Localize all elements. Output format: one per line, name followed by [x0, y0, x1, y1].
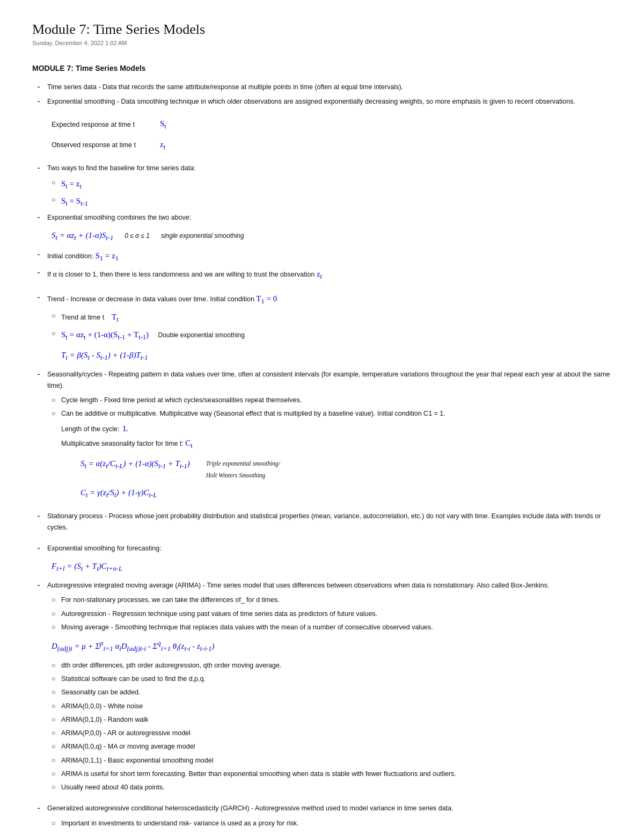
list-item: ○ Statistical software can be used to fi…: [32, 673, 612, 685]
cycle-length-line: Length of the cycle: L: [32, 422, 612, 436]
list-item: ○ ARIMA(0,0,0) - White noise: [32, 701, 612, 712]
list-item: ○ ARIMA(0,0,q) - MA or moving average mo…: [32, 741, 612, 752]
list-item: ○ St = St-1: [32, 194, 612, 209]
list-item: ○ Autoregression - Regression technique …: [32, 608, 612, 620]
formula-exponential-smoothing: St = αzt + (1-α)St-1 0 ≤ α ≤ 1 single ex…: [52, 228, 612, 245]
list-item: - Exponential smoothing combines the two…: [32, 212, 612, 223]
list-item: ○ Cycle length - Fixed time period at wh…: [32, 395, 612, 406]
page-subtitle: Sunday, December 4, 2022 1:02 AM: [32, 40, 612, 46]
list-item: ○ GARCH vs ARIMA: [32, 831, 612, 834]
list-item: ○ Moving average - Smoothing technique t…: [32, 622, 612, 633]
list-item: - Trend - Increase or decrease in data v…: [32, 292, 612, 307]
list-item: ○ dth order differences, pth order autor…: [32, 660, 612, 671]
list-item: ○ St = αzt + (1-α)(St-1 + Tt-1) Double e…: [32, 328, 612, 343]
list-item: ○ Important in investments to understand…: [32, 818, 612, 829]
section-heading: MODULE 7: Time Series Models: [32, 62, 612, 75]
list-item: - Autoregressive integrated moving avera…: [32, 580, 612, 591]
seasonality-factor-line: Multiplicative seasonality factor for ti…: [32, 437, 612, 452]
expected-response-line: Expected response at time t St: [52, 117, 612, 132]
formula-arima: D(adj)t = μ + Σpi=1 αiD(adj)t-i - Σqi=1 …: [52, 637, 612, 656]
observed-response-line: Observed response at time t zt: [52, 138, 612, 153]
list-item: ○ Can be additive or multiplicative. Mul…: [32, 408, 612, 419]
formula-forecasting: Ft+l = (St + Tt)Ct+n-L: [52, 559, 612, 576]
list-item: ○ St = zt: [32, 177, 612, 192]
list-item: ○ ARIMA is useful for short term forecas…: [32, 768, 612, 780]
formula-trend: Tt = β(St - St-1) + (1-β)Tt-1: [52, 347, 612, 365]
list-item: - Stationary process - Process whose joi…: [32, 511, 612, 534]
list-item: - Initial condition: S1 = z1: [32, 249, 612, 264]
list-item: - Exponential smoothing for forecasting:: [32, 543, 612, 554]
list-item: - If α is closer to 1, then there is les…: [32, 267, 612, 282]
list-item: ○ ARIMA(P,0,0) - AR or autoregressive mo…: [32, 728, 612, 739]
list-item: ○ ARIMA(0,1,1) - Basic exponential smoot…: [32, 755, 612, 766]
list-item: - Seasonality/cycles - Repeating pattern…: [32, 369, 612, 392]
list-item: - Exponential smoothing - Data smoothing…: [32, 96, 612, 107]
list-item: ○ Seasonality can be added.: [32, 687, 612, 698]
list-item: - Two ways to find the baseline for time…: [32, 163, 612, 174]
formula-triple-smoothing: St = α(zt/Ct-L) + (1-α)(St-1 + Tt-1) Tri…: [52, 456, 612, 502]
page-title: Module 7: Time Series Models: [32, 21, 612, 38]
list-item: ○ ARIMA(0,1,0) - Random walk: [32, 714, 612, 726]
list-item: ○ Usually need about 40 data points.: [32, 782, 612, 793]
list-item: - Time series data - Data that records t…: [32, 82, 612, 93]
list-item: ○ For non-stationary processes, we can t…: [32, 594, 612, 606]
list-item: ○ Trend at time t Tt: [32, 310, 612, 325]
list-item: - Generalized autoregressive conditional…: [32, 803, 612, 814]
